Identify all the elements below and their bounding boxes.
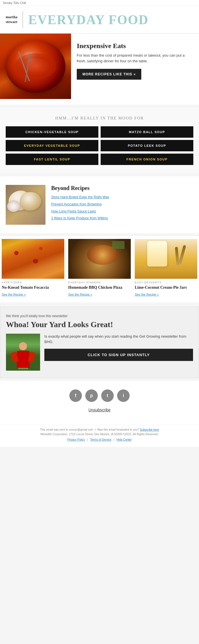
social-icons: f p t i: [9, 389, 190, 402]
recipe-card-title-1: No-Knead Tomato Focaccia: [2, 285, 64, 290]
footer-help-link[interactable]: Help Center: [117, 438, 132, 441]
hero-description: For less than the cost of prepared meals…: [77, 53, 193, 64]
unsubscribe-link[interactable]: Unsubscribe: [9, 408, 190, 412]
mood-title: HMM...I'M REALLY IN THE MOOD FOR: [6, 116, 193, 121]
beyond-link-2[interactable]: Prevent Avocados from Browning: [51, 202, 109, 207]
twitter-icon[interactable]: t: [101, 389, 114, 402]
mood-btn-fast-lentil[interactable]: FAST LENTIL SOUP: [6, 154, 98, 165]
recipe-card-title-3: Lime-Coconut Cream-Pie Jars: [135, 285, 197, 290]
top-bar-text: Smoky Tofu Chili: [3, 1, 26, 5]
mood-grid: CHICKEN-VEGETABLE SOUP MATZO BALL SOUP E…: [6, 126, 193, 165]
header: martha stewart EVERYDAY FOOD: [0, 6, 199, 34]
mood-btn-french-onion[interactable]: FRENCH ONION SOUP: [101, 154, 193, 165]
newsletter-small-text: We think you'll totally love this newsle…: [6, 314, 193, 318]
header-divider: [22, 11, 23, 28]
newsletter-body: Is exactly what people will say when you…: [6, 334, 193, 371]
recipe-card-link-2[interactable]: See the Recipe »: [68, 293, 92, 296]
top-bar: Smoky Tofu Chili: [0, 0, 199, 6]
recipe-card-1: APPETIZERS No-Knead Tomato Focaccia See …: [0, 239, 66, 297]
footer-terms-link[interactable]: Terms of Service: [90, 438, 111, 441]
recipe-card-img-1: [2, 239, 64, 279]
social-section: f p t i Unsubscribe: [0, 381, 199, 425]
recipe-card-2: EVERYDAY DINNERS Homemade BBQ Chicken Pi…: [67, 239, 132, 297]
instagram-icon[interactable]: i: [117, 389, 130, 402]
beyond-link-4[interactable]: 3 Ways to Keep Produce from Wilting: [51, 216, 109, 221]
recipe-card-link-1[interactable]: See the Recipe »: [2, 293, 26, 296]
newsletter-image: [6, 334, 40, 371]
recipe-cards: APPETIZERS No-Knead Tomato Focaccia See …: [0, 236, 199, 302]
pinterest-icon[interactable]: p: [85, 389, 98, 402]
beyond-link-1[interactable]: Store Hard-Boiled Eggs the Right Way: [51, 195, 109, 200]
newsletter-signup-button[interactable]: CLICK TO SIGN UP INSTANTLY: [44, 349, 193, 361]
footer-links: Privacy Policy | Terms of Service | Help…: [6, 438, 193, 441]
newsletter-title: Whoa! Your Yard Looks Great!: [6, 320, 193, 329]
newsletter-section: We think you'll totally love this newsle…: [0, 307, 199, 378]
beyond-heading: Beyond Recipes: [51, 185, 109, 191]
footer-email-line: This email was sent to xxxxxx@gmail.com …: [6, 428, 193, 431]
recipe-card-category-2: EVERYDAY DINNERS: [68, 281, 131, 284]
newsletter-right: Is exactly what people will say when you…: [44, 334, 193, 361]
beyond-section: Beyond Recipes Store Hard-Boiled Eggs th…: [0, 176, 199, 233]
recipe-card-img-3: [135, 239, 197, 279]
hero-section: Inexpensive Eats For less than the cost …: [0, 34, 199, 105]
facebook-icon[interactable]: f: [69, 389, 82, 402]
recipe-card-category-3: EASY DESSERTS: [135, 281, 197, 284]
mood-btn-potato-leek[interactable]: POTATO LEEK SOUP: [101, 140, 193, 151]
logo: martha stewart: [6, 15, 17, 24]
beyond-content: Beyond Recipes Store Hard-Boiled Eggs th…: [51, 185, 109, 223]
footer-subscribe-link[interactable]: Subscribe here: [140, 428, 159, 431]
hero-image: [0, 34, 71, 99]
footer-company: Meredith Corporation, 1716 Locust Street…: [6, 433, 193, 436]
mood-btn-matzo[interactable]: MATZO BALL SOUP: [101, 126, 193, 138]
mood-section: HMM...I'M REALLY IN THE MOOD FOR CHICKEN…: [0, 108, 199, 174]
recipe-card-category-1: APPETIZERS: [2, 281, 64, 284]
mood-btn-everyday-veg[interactable]: EVERYDAY VEGETABLE SOUP: [6, 140, 98, 151]
beyond-image: [6, 185, 45, 225]
beyond-link-3[interactable]: How Long Pasta Sauce Lasts: [51, 209, 109, 214]
recipe-card-3: EASY DESSERTS Lime-Coconut Cream-Pie Jar…: [133, 239, 199, 297]
hero-heading: Inexpensive Eats: [77, 42, 193, 50]
recipe-card-link-3[interactable]: See the Recipe »: [135, 293, 159, 296]
footer: This email was sent to xxxxxx@gmail.com …: [0, 425, 199, 447]
recipe-card-title-2: Homemade BBQ Chicken Pizza: [68, 285, 131, 290]
more-recipes-button[interactable]: MORE RECIPES LIKE THIS »: [77, 69, 141, 80]
mood-btn-chicken-veg[interactable]: CHICKEN-VEGETABLE SOUP: [6, 126, 98, 138]
newsletter-description: Is exactly what people will say when you…: [44, 334, 193, 345]
hero-text: Inexpensive Eats For less than the cost …: [71, 34, 199, 82]
recipe-card-img-2: [68, 239, 131, 279]
header-title: EVERYDAY FOOD: [28, 12, 149, 27]
footer-privacy-link[interactable]: Privacy Policy: [67, 438, 85, 441]
